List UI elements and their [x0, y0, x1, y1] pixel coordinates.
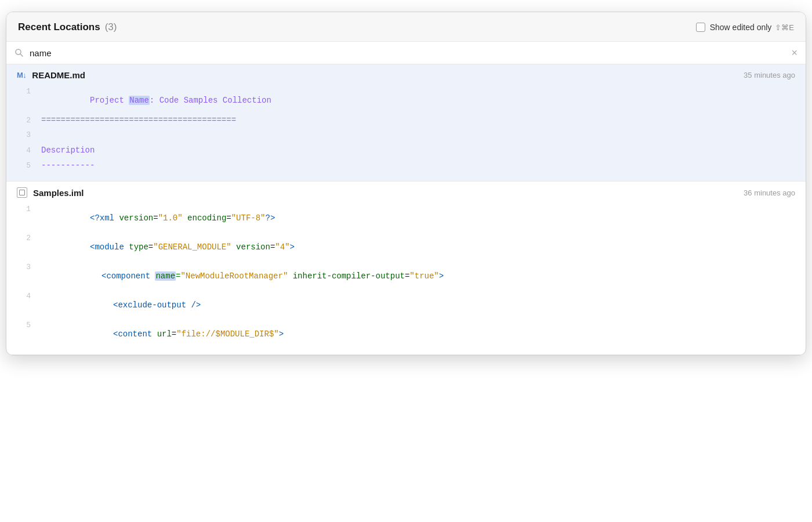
- svg-line-1: [20, 54, 23, 56]
- code-line: 5 -----------: [6, 160, 806, 175]
- file-section-samples-iml: Samples.iml 36 minutes ago 1 <?xml versi…: [6, 182, 806, 355]
- code-line: 1 Project Name: Code Samples Collection: [6, 86, 806, 115]
- title-text: Recent Locations: [18, 21, 100, 33]
- file-name-readme: README.md: [32, 70, 85, 80]
- file-info-readme: M↓ README.md: [17, 70, 85, 80]
- show-edited-checkbox[interactable]: [696, 23, 705, 32]
- file-header-samples-iml: Samples.iml 36 minutes ago: [6, 182, 806, 202]
- shortcut-badge: ⇧⌘E: [775, 23, 794, 32]
- iml-file-icon: [17, 187, 27, 198]
- code-line: 3 <component name="NewModuleRootManager"…: [6, 262, 806, 291]
- header-controls: Show edited only ⇧⌘E: [696, 23, 794, 32]
- clear-icon[interactable]: ×: [791, 48, 798, 58]
- code-block-readme: 1 Project Name: Code Samples Collection …: [6, 85, 806, 181]
- dialog-title: Recent Locations (3): [18, 21, 117, 33]
- code-block-samples-iml: 1 <?xml version="1.0" encoding="UTF-8"?>…: [6, 202, 806, 354]
- code-line: 5 <content url="file://$MODULE_DIR$">: [6, 320, 806, 349]
- file-info-samples-iml: Samples.iml: [17, 187, 84, 198]
- search-input[interactable]: [30, 48, 785, 58]
- search-icon: [14, 48, 24, 57]
- show-edited-label: Show edited only ⇧⌘E: [710, 23, 794, 32]
- code-line: 2 ======================================…: [6, 115, 806, 130]
- code-line: 3: [6, 130, 806, 145]
- code-line: 4 <exclude-output />: [6, 291, 806, 320]
- dialog-header: Recent Locations (3) Show edited only ⇧⌘…: [6, 12, 806, 42]
- file-time-readme: 35 minutes ago: [744, 71, 795, 79]
- code-line: 4 Description: [6, 145, 806, 160]
- file-header-readme: M↓ README.md 35 minutes ago: [6, 64, 806, 85]
- file-name-samples-iml: Samples.iml: [33, 188, 84, 198]
- show-edited-checkbox-container[interactable]: Show edited only ⇧⌘E: [696, 23, 794, 32]
- file-time-samples-iml: 36 minutes ago: [744, 188, 795, 197]
- code-line: 1 <?xml version="1.0" encoding="UTF-8"?>: [6, 204, 806, 233]
- file-section-readme: M↓ README.md 35 minutes ago 1 Project Na…: [6, 64, 806, 182]
- recent-locations-dialog: Recent Locations (3) Show edited only ⇧⌘…: [6, 12, 806, 356]
- result-count: (3): [105, 21, 117, 33]
- search-bar: ×: [6, 42, 806, 64]
- code-line: 2 <module type="GENERAL_MODULE" version=…: [6, 233, 806, 262]
- file-type-badge-readme: M↓: [17, 71, 26, 79]
